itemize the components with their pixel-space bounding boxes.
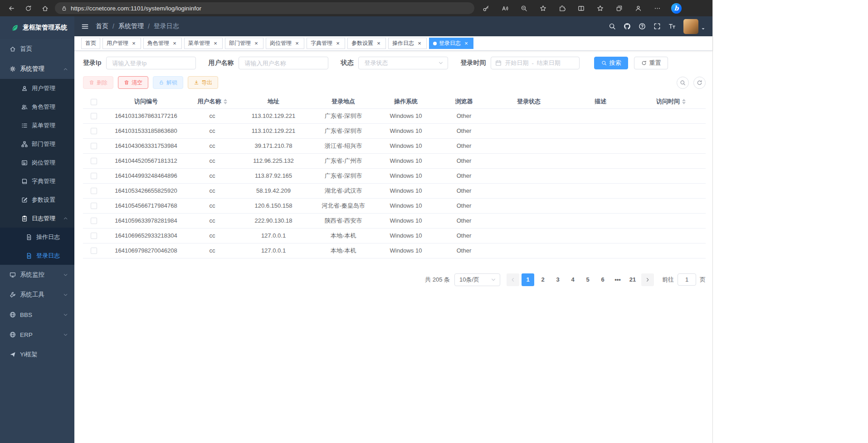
next-page-button[interactable] bbox=[641, 273, 654, 286]
sidebar-item[interactable]: 岗位管理 bbox=[0, 153, 74, 172]
caret-down-icon[interactable] bbox=[701, 26, 706, 31]
tab-8[interactable]: 操作日志× bbox=[388, 38, 427, 49]
date-range-picker[interactable]: 开始日期 - 结束日期 bbox=[491, 57, 580, 69]
table-row[interactable]: 1641053426655825920cc58.19.42.209湖北省-武汉市… bbox=[83, 183, 706, 198]
sidebar-item[interactable]: 角色管理 bbox=[0, 97, 74, 116]
tab-3[interactable]: 菜单管理× bbox=[184, 38, 223, 49]
column-header[interactable]: 用户名称 bbox=[187, 95, 237, 108]
row-checkbox[interactable] bbox=[91, 158, 97, 164]
tab-2[interactable]: 角色管理× bbox=[143, 38, 182, 49]
sidebar-item[interactable]: 部门管理 bbox=[0, 135, 74, 153]
page-button[interactable]: 1 bbox=[522, 273, 534, 286]
page-button[interactable]: 2 bbox=[536, 273, 549, 286]
table-row[interactable]: 1641069652933218304cc127.0.0.1本地-本机Windo… bbox=[83, 228, 706, 243]
favorites-bar-icon[interactable] bbox=[593, 2, 607, 15]
row-checkbox[interactable] bbox=[91, 203, 97, 209]
split-screen-icon[interactable] bbox=[574, 2, 588, 15]
sidebar-item[interactable]: 登录日志 bbox=[0, 246, 74, 265]
sidebar-item[interactable]: 操作日志 bbox=[0, 228, 74, 246]
refresh-icon[interactable] bbox=[21, 2, 35, 15]
fullscreen-icon[interactable] bbox=[653, 23, 661, 30]
read-aloud-icon[interactable] bbox=[498, 2, 512, 15]
login-ip-input[interactable] bbox=[106, 57, 196, 69]
row-checkbox[interactable] bbox=[91, 218, 97, 224]
home-icon[interactable] bbox=[38, 2, 52, 15]
table-row[interactable]: 1641044993248464896cc113.87.92.165广东省-深圳… bbox=[83, 168, 706, 183]
search-button[interactable]: 搜索 bbox=[594, 57, 628, 69]
tab-close-icon[interactable]: × bbox=[335, 40, 341, 46]
row-checkbox[interactable] bbox=[91, 188, 97, 194]
search-toggle-button[interactable] bbox=[677, 77, 689, 89]
table-row[interactable]: 1641044520567181312cc112.96.225.132广东省-广… bbox=[83, 153, 706, 168]
sidebar-item[interactable]: Yi框架 bbox=[0, 345, 74, 365]
collections-icon[interactable] bbox=[612, 2, 626, 15]
tab-close-icon[interactable]: × bbox=[416, 40, 423, 46]
page-size-select[interactable]: 10条/页 bbox=[454, 273, 500, 286]
tab-close-icon[interactable]: × bbox=[253, 40, 259, 46]
table-row[interactable]: 1641043063331753984cc39.171.210.78浙江省-绍兴… bbox=[83, 138, 706, 153]
tab-7[interactable]: 参数设置× bbox=[347, 38, 386, 49]
help-icon[interactable] bbox=[639, 23, 646, 30]
font-size-icon[interactable] bbox=[668, 23, 676, 30]
url-text[interactable]: https://ccnetcore.com:1101/system/log/lo… bbox=[71, 5, 201, 12]
sidebar-item[interactable]: 系统管理 bbox=[0, 59, 74, 79]
url-bar[interactable]: https://ccnetcore.com:1101/system/log/lo… bbox=[55, 2, 474, 14]
tab-close-icon[interactable]: × bbox=[131, 40, 137, 46]
user-avatar[interactable] bbox=[683, 19, 698, 34]
sidebar-item[interactable]: 菜单管理 bbox=[0, 116, 74, 135]
zoom-icon[interactable] bbox=[517, 2, 531, 15]
reset-button[interactable]: 重置 bbox=[634, 57, 668, 69]
user-name-input[interactable] bbox=[239, 57, 328, 69]
page-button[interactable]: 6 bbox=[596, 273, 609, 286]
sidebar-item[interactable]: 系统监控 bbox=[0, 265, 74, 285]
sort-icon[interactable] bbox=[682, 99, 686, 104]
page-button[interactable]: 3 bbox=[551, 273, 564, 286]
back-icon[interactable] bbox=[5, 2, 19, 15]
refresh-table-button[interactable] bbox=[693, 77, 706, 89]
delete-button[interactable]: 删除 bbox=[83, 76, 113, 89]
bing-icon[interactable]: b bbox=[669, 2, 683, 15]
sidebar-item[interactable]: 系统工具 bbox=[0, 285, 74, 305]
sidebar-item[interactable]: BBS bbox=[0, 305, 74, 325]
tab-close-icon[interactable]: × bbox=[463, 40, 469, 46]
tab-close-icon[interactable]: × bbox=[294, 40, 300, 46]
breadcrumb-item[interactable]: 系统管理 bbox=[118, 22, 144, 30]
table-row[interactable]: 1641031367863177216cc113.102.129.221广东省-… bbox=[83, 108, 706, 123]
page-button[interactable]: 4 bbox=[566, 273, 579, 286]
sidebar-item[interactable]: 字典管理 bbox=[0, 172, 74, 190]
sidebar-item[interactable]: 用户管理 bbox=[0, 79, 74, 97]
hamburger-icon[interactable] bbox=[81, 23, 89, 30]
unlock-button[interactable]: 解锁 bbox=[153, 76, 183, 89]
sidebar-item[interactable]: 日志管理 bbox=[0, 209, 74, 228]
search-icon[interactable] bbox=[609, 23, 616, 30]
page-button[interactable]: 5 bbox=[581, 273, 594, 286]
more-icon[interactable] bbox=[650, 2, 664, 15]
favorites-add-icon[interactable] bbox=[536, 2, 550, 15]
sidebar-item[interactable]: 参数设置 bbox=[0, 190, 74, 209]
tab-4[interactable]: 部门管理× bbox=[225, 38, 263, 49]
status-select[interactable]: 登录状态 bbox=[358, 57, 448, 69]
table-row[interactable]: 1641069798270046208cc127.0.0.1本地-本机Windo… bbox=[83, 243, 706, 258]
tab-9[interactable]: 登录日志× bbox=[429, 38, 473, 49]
prev-page-button[interactable] bbox=[507, 273, 519, 286]
goto-page-input[interactable] bbox=[678, 273, 696, 286]
extensions-icon[interactable] bbox=[555, 2, 569, 15]
sort-icon[interactable] bbox=[224, 99, 227, 104]
row-checkbox[interactable] bbox=[91, 173, 97, 179]
row-checkbox[interactable] bbox=[91, 143, 97, 149]
export-button[interactable]: 导出 bbox=[188, 76, 218, 89]
profile-icon[interactable] bbox=[631, 2, 645, 15]
sidebar-item[interactable]: ERP bbox=[0, 325, 74, 345]
row-checkbox[interactable] bbox=[91, 233, 97, 239]
tab-1[interactable]: 用户管理× bbox=[102, 38, 141, 49]
key-icon[interactable] bbox=[479, 2, 493, 15]
clear-button[interactable]: 清空 bbox=[118, 76, 148, 89]
breadcrumb-item[interactable]: 首页 bbox=[96, 22, 108, 30]
tab-5[interactable]: 岗位管理× bbox=[266, 38, 304, 49]
tab-close-icon[interactable]: × bbox=[212, 40, 219, 46]
row-checkbox[interactable] bbox=[91, 248, 97, 254]
page-button[interactable]: ••• bbox=[611, 273, 624, 286]
tab-close-icon[interactable]: × bbox=[375, 40, 382, 46]
table-row[interactable]: 1641031533185863680cc113.102.129.221广东省-… bbox=[83, 123, 706, 138]
github-icon[interactable] bbox=[624, 23, 631, 30]
